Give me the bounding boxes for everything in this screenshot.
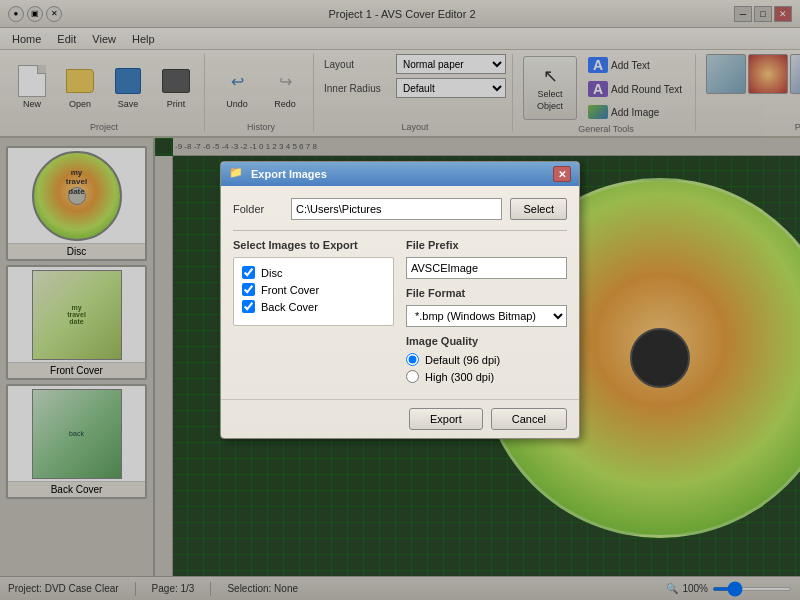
dialog-footer: Export Cancel — [221, 399, 579, 438]
folder-label: Folder — [233, 203, 283, 215]
dialog-title-bar: 📁 Export Images ✕ — [221, 162, 579, 186]
file-prefix-input[interactable] — [406, 257, 567, 279]
dialog-title-icon: 📁 — [229, 166, 245, 182]
folder-row: Folder Select — [233, 198, 567, 220]
file-format-label: File Format — [406, 287, 567, 299]
radio-high[interactable] — [406, 370, 419, 383]
export-btn[interactable]: Export — [409, 408, 483, 430]
front-cover-checkbox-row: Front Cover — [242, 283, 385, 296]
image-quality-label: Image Quality — [406, 335, 567, 347]
export-dialog: 📁 Export Images ✕ Folder Select Select I… — [220, 161, 580, 439]
back-cover-checkbox-label: Back Cover — [261, 301, 318, 313]
cancel-btn[interactable]: Cancel — [491, 408, 567, 430]
folder-input[interactable] — [291, 198, 502, 220]
file-format-select[interactable]: *.bmp (Windows Bitmap) *.jpg (JPEG) *.pn… — [406, 305, 567, 327]
radio-default-row: Default (96 dpi) — [406, 353, 567, 366]
disc-checkbox-row: Disc — [242, 266, 385, 279]
folder-select-btn[interactable]: Select — [510, 198, 567, 220]
disc-checkbox[interactable] — [242, 266, 255, 279]
dialog-content: Folder Select Select Images to Export Di… — [221, 186, 579, 399]
back-cover-checkbox-row: Back Cover — [242, 300, 385, 313]
dialog-close-btn[interactable]: ✕ — [553, 166, 571, 182]
dialog-overlay: 📁 Export Images ✕ Folder Select Select I… — [0, 0, 800, 600]
left-col: Select Images to Export Disc Front Cover — [233, 239, 394, 387]
file-prefix-label: File Prefix — [406, 239, 567, 251]
radio-high-label: High (300 dpi) — [425, 371, 494, 383]
front-cover-checkbox[interactable] — [242, 283, 255, 296]
two-col-section: Select Images to Export Disc Front Cover — [233, 239, 567, 387]
right-col: File Prefix File Format *.bmp (Windows B… — [406, 239, 567, 387]
dialog-title-text: Export Images — [251, 168, 553, 180]
front-cover-checkbox-label: Front Cover — [261, 284, 319, 296]
checkboxes-area: Disc Front Cover Back Cover — [233, 257, 394, 326]
back-cover-checkbox[interactable] — [242, 300, 255, 313]
radio-default[interactable] — [406, 353, 419, 366]
sep-1 — [233, 230, 567, 231]
select-images-label: Select Images to Export — [233, 239, 394, 251]
radio-default-label: Default (96 dpi) — [425, 354, 500, 366]
radio-high-row: High (300 dpi) — [406, 370, 567, 383]
disc-checkbox-label: Disc — [261, 267, 282, 279]
